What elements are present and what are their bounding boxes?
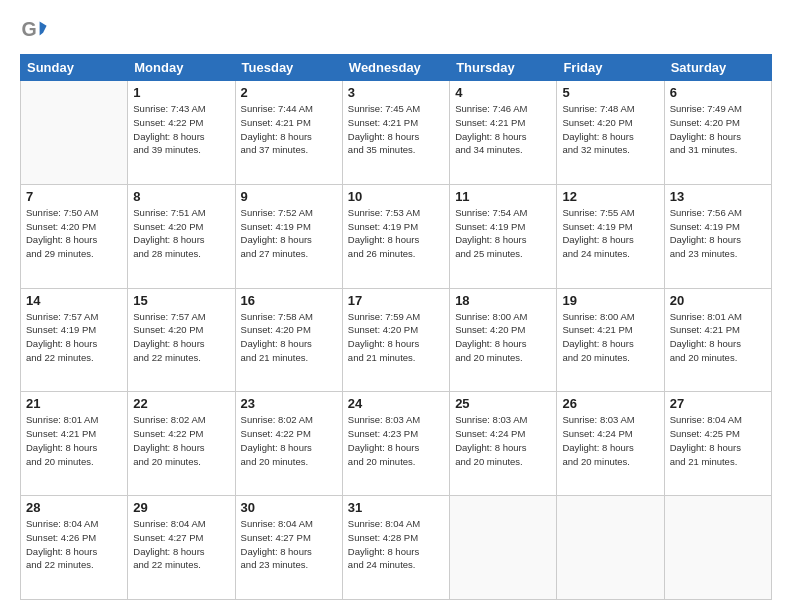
day-info: Sunrise: 8:04 AM Sunset: 4:27 PM Dayligh… <box>133 517 229 572</box>
calendar-cell: 6Sunrise: 7:49 AM Sunset: 4:20 PM Daylig… <box>664 81 771 185</box>
calendar-header-thursday: Thursday <box>450 55 557 81</box>
calendar-cell: 7Sunrise: 7:50 AM Sunset: 4:20 PM Daylig… <box>21 184 128 288</box>
svg-marker-1 <box>40 22 47 36</box>
day-number: 13 <box>670 189 766 204</box>
calendar-cell: 29Sunrise: 8:04 AM Sunset: 4:27 PM Dayli… <box>128 496 235 600</box>
day-number: 21 <box>26 396 122 411</box>
calendar-cell: 19Sunrise: 8:00 AM Sunset: 4:21 PM Dayli… <box>557 288 664 392</box>
day-info: Sunrise: 8:02 AM Sunset: 4:22 PM Dayligh… <box>241 413 337 468</box>
calendar-cell: 18Sunrise: 8:00 AM Sunset: 4:20 PM Dayli… <box>450 288 557 392</box>
calendar-week-1: 7Sunrise: 7:50 AM Sunset: 4:20 PM Daylig… <box>21 184 772 288</box>
day-number: 2 <box>241 85 337 100</box>
calendar-cell: 26Sunrise: 8:03 AM Sunset: 4:24 PM Dayli… <box>557 392 664 496</box>
day-number: 30 <box>241 500 337 515</box>
calendar-cell: 16Sunrise: 7:58 AM Sunset: 4:20 PM Dayli… <box>235 288 342 392</box>
day-number: 17 <box>348 293 444 308</box>
calendar-header-tuesday: Tuesday <box>235 55 342 81</box>
calendar-week-0: 1Sunrise: 7:43 AM Sunset: 4:22 PM Daylig… <box>21 81 772 185</box>
calendar-cell: 9Sunrise: 7:52 AM Sunset: 4:19 PM Daylig… <box>235 184 342 288</box>
day-info: Sunrise: 7:46 AM Sunset: 4:21 PM Dayligh… <box>455 102 551 157</box>
day-info: Sunrise: 8:01 AM Sunset: 4:21 PM Dayligh… <box>26 413 122 468</box>
calendar-cell: 31Sunrise: 8:04 AM Sunset: 4:28 PM Dayli… <box>342 496 449 600</box>
day-info: Sunrise: 7:44 AM Sunset: 4:21 PM Dayligh… <box>241 102 337 157</box>
day-info: Sunrise: 7:57 AM Sunset: 4:20 PM Dayligh… <box>133 310 229 365</box>
calendar-cell: 21Sunrise: 8:01 AM Sunset: 4:21 PM Dayli… <box>21 392 128 496</box>
calendar-cell: 2Sunrise: 7:44 AM Sunset: 4:21 PM Daylig… <box>235 81 342 185</box>
calendar-header-friday: Friday <box>557 55 664 81</box>
logo: G <box>20 16 52 44</box>
calendar-cell: 20Sunrise: 8:01 AM Sunset: 4:21 PM Dayli… <box>664 288 771 392</box>
day-info: Sunrise: 7:59 AM Sunset: 4:20 PM Dayligh… <box>348 310 444 365</box>
calendar-cell: 30Sunrise: 8:04 AM Sunset: 4:27 PM Dayli… <box>235 496 342 600</box>
day-number: 12 <box>562 189 658 204</box>
calendar-week-3: 21Sunrise: 8:01 AM Sunset: 4:21 PM Dayli… <box>21 392 772 496</box>
day-info: Sunrise: 7:50 AM Sunset: 4:20 PM Dayligh… <box>26 206 122 261</box>
calendar-cell: 17Sunrise: 7:59 AM Sunset: 4:20 PM Dayli… <box>342 288 449 392</box>
day-number: 10 <box>348 189 444 204</box>
calendar-cell: 8Sunrise: 7:51 AM Sunset: 4:20 PM Daylig… <box>128 184 235 288</box>
day-number: 16 <box>241 293 337 308</box>
calendar-cell: 22Sunrise: 8:02 AM Sunset: 4:22 PM Dayli… <box>128 392 235 496</box>
day-info: Sunrise: 8:04 AM Sunset: 4:27 PM Dayligh… <box>241 517 337 572</box>
calendar-cell: 28Sunrise: 8:04 AM Sunset: 4:26 PM Dayli… <box>21 496 128 600</box>
calendar-cell: 12Sunrise: 7:55 AM Sunset: 4:19 PM Dayli… <box>557 184 664 288</box>
day-number: 18 <box>455 293 551 308</box>
day-number: 28 <box>26 500 122 515</box>
calendar-week-2: 14Sunrise: 7:57 AM Sunset: 4:19 PM Dayli… <box>21 288 772 392</box>
day-number: 24 <box>348 396 444 411</box>
calendar-table: SundayMondayTuesdayWednesdayThursdayFrid… <box>20 54 772 600</box>
day-number: 31 <box>348 500 444 515</box>
calendar-cell: 4Sunrise: 7:46 AM Sunset: 4:21 PM Daylig… <box>450 81 557 185</box>
calendar-cell <box>664 496 771 600</box>
day-info: Sunrise: 8:00 AM Sunset: 4:20 PM Dayligh… <box>455 310 551 365</box>
calendar-header-saturday: Saturday <box>664 55 771 81</box>
calendar-header-sunday: Sunday <box>21 55 128 81</box>
header: G <box>20 16 772 44</box>
page: G SundayMondayTuesdayWednesdayThursdayFr… <box>0 0 792 612</box>
calendar-header-monday: Monday <box>128 55 235 81</box>
calendar-cell: 14Sunrise: 7:57 AM Sunset: 4:19 PM Dayli… <box>21 288 128 392</box>
calendar-cell: 3Sunrise: 7:45 AM Sunset: 4:21 PM Daylig… <box>342 81 449 185</box>
calendar-cell: 13Sunrise: 7:56 AM Sunset: 4:19 PM Dayli… <box>664 184 771 288</box>
day-info: Sunrise: 7:45 AM Sunset: 4:21 PM Dayligh… <box>348 102 444 157</box>
calendar-cell: 25Sunrise: 8:03 AM Sunset: 4:24 PM Dayli… <box>450 392 557 496</box>
day-info: Sunrise: 8:03 AM Sunset: 4:24 PM Dayligh… <box>455 413 551 468</box>
calendar-cell: 15Sunrise: 7:57 AM Sunset: 4:20 PM Dayli… <box>128 288 235 392</box>
day-number: 4 <box>455 85 551 100</box>
day-info: Sunrise: 7:56 AM Sunset: 4:19 PM Dayligh… <box>670 206 766 261</box>
day-number: 25 <box>455 396 551 411</box>
day-number: 7 <box>26 189 122 204</box>
calendar-cell: 1Sunrise: 7:43 AM Sunset: 4:22 PM Daylig… <box>128 81 235 185</box>
day-info: Sunrise: 7:49 AM Sunset: 4:20 PM Dayligh… <box>670 102 766 157</box>
calendar-cell: 11Sunrise: 7:54 AM Sunset: 4:19 PM Dayli… <box>450 184 557 288</box>
day-number: 9 <box>241 189 337 204</box>
day-number: 1 <box>133 85 229 100</box>
day-number: 11 <box>455 189 551 204</box>
calendar-cell: 5Sunrise: 7:48 AM Sunset: 4:20 PM Daylig… <box>557 81 664 185</box>
day-number: 20 <box>670 293 766 308</box>
day-number: 6 <box>670 85 766 100</box>
day-info: Sunrise: 8:01 AM Sunset: 4:21 PM Dayligh… <box>670 310 766 365</box>
day-info: Sunrise: 7:58 AM Sunset: 4:20 PM Dayligh… <box>241 310 337 365</box>
day-info: Sunrise: 8:04 AM Sunset: 4:25 PM Dayligh… <box>670 413 766 468</box>
day-info: Sunrise: 8:02 AM Sunset: 4:22 PM Dayligh… <box>133 413 229 468</box>
calendar-cell <box>450 496 557 600</box>
calendar-header-wednesday: Wednesday <box>342 55 449 81</box>
day-info: Sunrise: 7:54 AM Sunset: 4:19 PM Dayligh… <box>455 206 551 261</box>
calendar-cell <box>557 496 664 600</box>
day-number: 14 <box>26 293 122 308</box>
day-info: Sunrise: 7:43 AM Sunset: 4:22 PM Dayligh… <box>133 102 229 157</box>
day-number: 29 <box>133 500 229 515</box>
calendar-cell: 23Sunrise: 8:02 AM Sunset: 4:22 PM Dayli… <box>235 392 342 496</box>
day-info: Sunrise: 8:04 AM Sunset: 4:28 PM Dayligh… <box>348 517 444 572</box>
day-info: Sunrise: 8:04 AM Sunset: 4:26 PM Dayligh… <box>26 517 122 572</box>
day-number: 3 <box>348 85 444 100</box>
svg-text:G: G <box>21 18 36 40</box>
day-number: 8 <box>133 189 229 204</box>
calendar-week-4: 28Sunrise: 8:04 AM Sunset: 4:26 PM Dayli… <box>21 496 772 600</box>
day-number: 19 <box>562 293 658 308</box>
day-number: 23 <box>241 396 337 411</box>
day-number: 27 <box>670 396 766 411</box>
day-info: Sunrise: 7:51 AM Sunset: 4:20 PM Dayligh… <box>133 206 229 261</box>
day-info: Sunrise: 8:03 AM Sunset: 4:24 PM Dayligh… <box>562 413 658 468</box>
